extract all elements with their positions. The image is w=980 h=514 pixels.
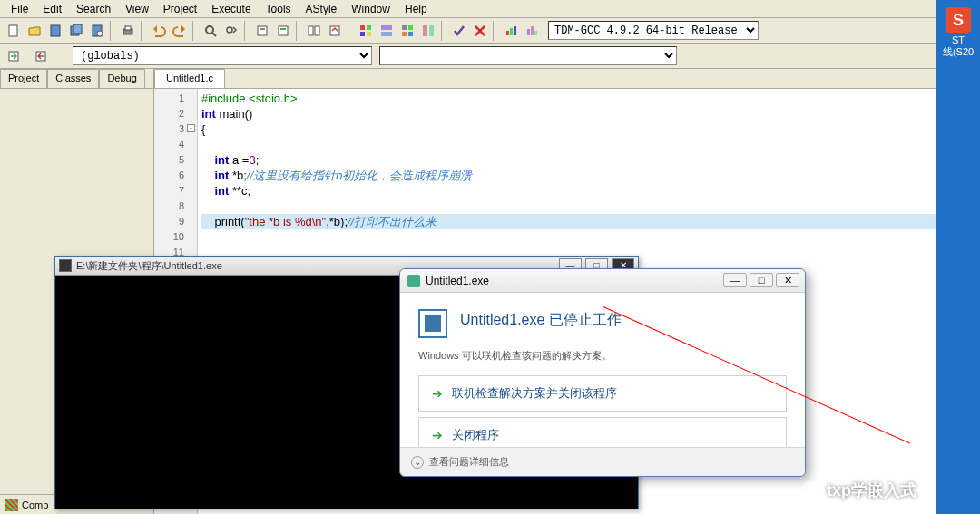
menu-file[interactable]: File: [4, 1, 35, 17]
opt1-label: 联机检查解决方案并关闭该程序: [452, 385, 617, 402]
svg-rect-13: [279, 26, 288, 35]
svg-point-5: [97, 31, 103, 36]
svg-rect-29: [429, 25, 434, 36]
watermark: txp学嵌入式: [801, 480, 916, 501]
svg-rect-20: [360, 32, 365, 36]
tab-project[interactable]: Project: [0, 69, 47, 88]
sogou-icon[interactable]: S: [946, 7, 971, 33]
find-icon[interactable]: [201, 21, 220, 41]
arrow-icon: ➔: [432, 386, 443, 401]
editor-tab-file[interactable]: Untitled1.c: [154, 69, 225, 88]
new-file-icon[interactable]: [4, 21, 24, 41]
menu-edit[interactable]: Edit: [35, 1, 69, 17]
svg-rect-32: [514, 26, 516, 35]
menu-project[interactable]: Project: [156, 1, 204, 17]
compiler-tab[interactable]: Comp: [22, 499, 48, 510]
svg-rect-28: [423, 25, 427, 36]
wechat-icon: [801, 481, 823, 499]
svg-point-8: [206, 26, 213, 34]
svg-rect-35: [534, 31, 537, 35]
goto-icon[interactable]: [4, 46, 24, 66]
bottom-tabs: Comp: [0, 494, 54, 514]
linenum: 6: [154, 168, 197, 183]
chart1-icon[interactable]: [501, 21, 521, 41]
run-icon[interactable]: [273, 21, 293, 41]
side-label2: 线(S20: [936, 45, 980, 59]
watermark-text: txp学嵌入式: [827, 480, 916, 501]
linenum: 2: [154, 106, 197, 121]
rebuild-icon[interactable]: [325, 21, 345, 41]
editor-tabs: Untitled1.c: [154, 69, 936, 89]
svg-rect-26: [402, 32, 407, 36]
menubar: File Edit Search View Project Execute To…: [0, 0, 936, 18]
console-icon: [59, 259, 72, 272]
svg-rect-24: [402, 25, 407, 30]
check-online-button[interactable]: ➔ 联机检查解决方案并关闭该程序: [418, 375, 787, 412]
menu-search[interactable]: Search: [69, 1, 118, 17]
compiler-select[interactable]: TDM-GCC 4.9.2 64-bit Release: [548, 21, 759, 40]
menu-view[interactable]: View: [118, 1, 156, 17]
redo-icon[interactable]: [170, 21, 190, 41]
grid2-icon[interactable]: [377, 21, 397, 41]
tab-debug[interactable]: Debug: [99, 69, 144, 88]
menu-execute[interactable]: Execute: [204, 1, 258, 17]
svg-rect-7: [125, 26, 131, 30]
chart2-icon[interactable]: [522, 21, 542, 41]
compile-run-icon[interactable]: [304, 21, 324, 41]
grid1-icon[interactable]: [356, 21, 376, 41]
print-icon[interactable]: [118, 21, 138, 41]
fold-icon[interactable]: -: [187, 124, 195, 132]
svg-rect-14: [280, 28, 286, 30]
members-select[interactable]: [379, 46, 677, 65]
grid4-icon[interactable]: [418, 21, 438, 41]
compiler-tab-icon: [5, 499, 18, 511]
replace-icon[interactable]: [221, 21, 241, 41]
stopped-working-icon: [418, 309, 447, 338]
svg-rect-34: [531, 26, 534, 35]
svg-rect-31: [510, 28, 513, 35]
svg-rect-23: [381, 32, 392, 36]
linenum: 1: [154, 91, 197, 106]
svg-rect-22: [381, 25, 392, 30]
globals-select[interactable]: (globals): [73, 46, 372, 65]
svg-rect-1: [51, 25, 60, 36]
svg-rect-25: [408, 25, 413, 30]
svg-rect-27: [408, 32, 413, 36]
svg-rect-19: [367, 25, 371, 30]
left-tabs: Project Classes Debug: [0, 69, 153, 89]
save-as-icon[interactable]: [87, 21, 107, 41]
right-os-sidebar: S ST 线(S20: [936, 0, 980, 514]
open-icon[interactable]: [24, 21, 44, 41]
save-icon[interactable]: [45, 21, 65, 41]
check-icon[interactable]: [449, 21, 469, 41]
undo-icon[interactable]: [149, 21, 169, 41]
dialog-minimize-icon[interactable]: —: [723, 273, 747, 287]
compile-icon[interactable]: [252, 21, 272, 41]
dialog-footer[interactable]: ⌄ 查看问题详细信息: [400, 447, 805, 476]
dialog-close-icon[interactable]: ✕: [776, 273, 799, 287]
dialog-heading: Untitled1.exe 已停止工作: [460, 311, 622, 330]
toolbar-main: TDM-GCC 4.9.2 64-bit Release: [0, 18, 936, 44]
tab-classes[interactable]: Classes: [47, 69, 99, 88]
delete-icon[interactable]: [470, 21, 490, 41]
view-details-label: 查看问题详细信息: [429, 455, 509, 469]
svg-rect-0: [9, 25, 17, 36]
back-icon[interactable]: [31, 46, 51, 66]
svg-rect-11: [258, 26, 267, 35]
save-all-icon[interactable]: [66, 21, 86, 41]
menu-tools[interactable]: Tools: [259, 1, 299, 17]
dialog-maximize-icon[interactable]: □: [750, 273, 773, 287]
menu-astyle[interactable]: AStyle: [299, 1, 345, 17]
svg-point-10: [227, 27, 232, 33]
toolbar-scope: (globals): [0, 44, 936, 69]
linenum: 3-: [154, 121, 197, 137]
linenum: 4: [154, 137, 197, 152]
dialog-titlebar[interactable]: Untitled1.exe — □ ✕: [400, 269, 805, 293]
svg-rect-33: [527, 29, 530, 35]
linenum: 10: [154, 229, 197, 245]
chevron-down-icon: ⌄: [411, 456, 424, 469]
menu-window[interactable]: Window: [344, 1, 397, 17]
grid3-icon[interactable]: [397, 21, 417, 41]
dialog-app-icon: [407, 275, 420, 287]
menu-help[interactable]: Help: [397, 1, 435, 17]
